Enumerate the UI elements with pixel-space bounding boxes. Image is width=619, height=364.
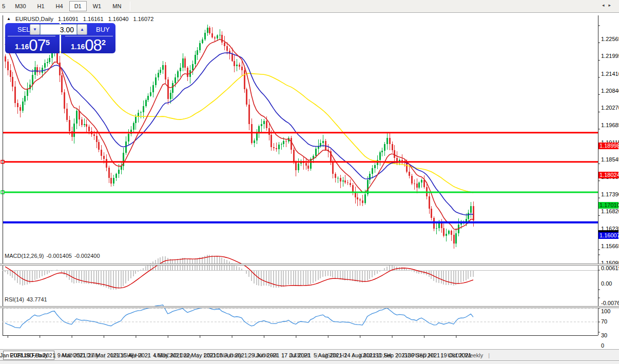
one-click-trading-widget: SELL 1.16075 BUY 1.16082 ▼ ▲ (5, 23, 115, 53)
chart-window[interactable]: ▲ EURUSD,Daily 1.16091 1.16161 1.16040 1… (0, 13, 619, 349)
rsi-panel-title: RSI(14)43.7741 (5, 296, 50, 302)
timeframe-button-d1[interactable]: D1 (69, 1, 87, 11)
quote-open: 1.16091 (58, 16, 79, 22)
timeframe-button-mn[interactable]: MN (107, 1, 126, 11)
trading-platform-window: 5M30H1H4D1W1MN ▲ EURUSD,Daily 1.16091 1.… (0, 0, 619, 364)
tab-scroll-buttons: ◂▸ (602, 3, 615, 8)
timeframe-button-h4[interactable]: H4 (51, 1, 68, 11)
sell-price-sup: 5 (46, 38, 50, 47)
tab-scroll-right-icon[interactable]: ▸ (608, 3, 615, 8)
buy-price-big: 08 (85, 36, 101, 54)
lot-size-input[interactable] (40, 24, 77, 35)
buy-price: 1.16082 (61, 36, 115, 55)
timeframe-button-5[interactable]: 5 (1, 1, 9, 11)
collapse-triangle-icon[interactable]: ▲ (7, 16, 11, 21)
rsi-name: RSI(14) (5, 296, 24, 302)
sell-price: 1.16075 (5, 36, 60, 55)
macd-name: MACD(12,26,9) (5, 253, 44, 259)
buy-price-small: 1.16 (71, 43, 85, 51)
chart-quote-header: ▲ EURUSD,Daily 1.16091 1.16161 1.16040 1… (7, 16, 157, 22)
spin-up-icon: ▲ (80, 27, 84, 32)
macd-value-main: -0.001405 (46, 253, 72, 259)
sell-price-small: 1.16 (15, 43, 29, 51)
lot-increase-button[interactable]: ▲ (77, 24, 87, 35)
sell-price-big: 07 (29, 36, 45, 54)
symbol-period-label: EURUSD,Daily (15, 16, 53, 22)
timeframe-button-w1[interactable]: W1 (88, 1, 107, 11)
timeframe-toolbar: 5M30H1H4D1W1MN (0, 0, 619, 13)
toolbar-separator (130, 2, 130, 11)
timeframe-button-m30[interactable]: M30 (10, 1, 31, 11)
buy-price-sup: 2 (102, 38, 106, 47)
timeframe-button-h1[interactable]: H1 (32, 1, 50, 11)
quote-close: 1.16072 (133, 16, 154, 22)
rsi-value: 43.7741 (27, 296, 47, 302)
buy-label: BUY (96, 26, 110, 33)
spin-down-icon: ▼ (33, 27, 37, 32)
quote-high: 1.16161 (83, 16, 104, 22)
quote-low: 1.16040 (108, 16, 129, 22)
lot-decrease-button[interactable]: ▼ (30, 24, 40, 35)
chart-canvas[interactable] (0, 13, 619, 364)
macd-panel-title: MACD(12,26,9)-0.001405-0.002400 (5, 253, 103, 259)
tab-scroll-left-icon[interactable]: ◂ (602, 3, 609, 8)
macd-value-signal: -0.002400 (74, 253, 100, 259)
